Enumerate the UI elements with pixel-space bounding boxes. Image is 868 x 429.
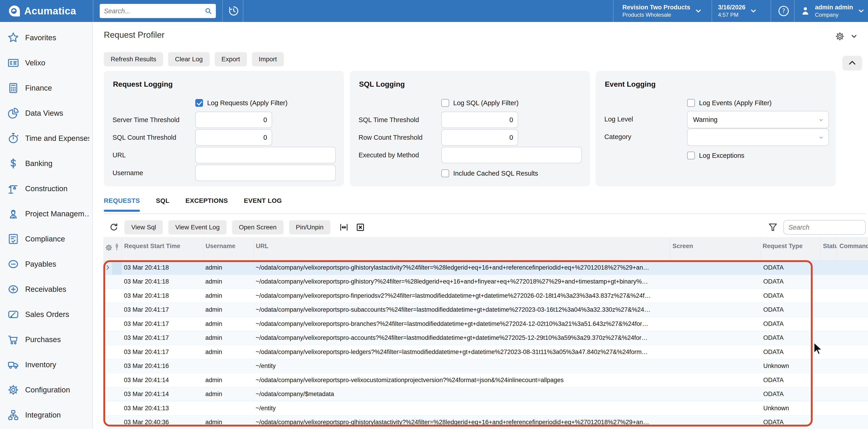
table-row[interactable]: 03 Mar 20:40:36 admin ~/odata/company/ve… bbox=[103, 416, 868, 429]
pin-cell[interactable] bbox=[112, 275, 122, 289]
sql-count-threshold-input[interactable] bbox=[195, 129, 272, 146]
grid-search[interactable] bbox=[783, 220, 866, 235]
import-button[interactable]: Import bbox=[252, 52, 284, 66]
export-excel-icon[interactable] bbox=[355, 222, 365, 232]
pin-cell[interactable] bbox=[112, 388, 122, 401]
fit-width-icon[interactable] bbox=[339, 222, 349, 232]
sidebar-item-banking[interactable]: Banking bbox=[0, 151, 92, 176]
sidebar-item-construction[interactable]: Construction bbox=[0, 176, 92, 201]
checkbox-unchecked-icon[interactable] bbox=[687, 99, 695, 107]
pin-cell[interactable] bbox=[112, 401, 122, 415]
pin-cell[interactable] bbox=[112, 261, 122, 275]
pin-cell[interactable] bbox=[112, 317, 122, 331]
sidebar-item-project-management[interactable]: Project Managem… bbox=[0, 201, 92, 226]
export-button[interactable]: Export bbox=[215, 52, 247, 66]
server-time-threshold-input[interactable] bbox=[195, 112, 272, 128]
pin-cell[interactable] bbox=[112, 359, 122, 373]
help-icon[interactable]: ? bbox=[773, 0, 794, 22]
checkbox-unchecked-icon[interactable] bbox=[441, 170, 449, 177]
log-level-select[interactable]: Warning bbox=[687, 111, 829, 128]
log-requests-checkbox[interactable]: Log Requests (Apply Filter) bbox=[195, 98, 287, 108]
column-header-command[interactable]: Command bbox=[837, 238, 868, 261]
gear-icon[interactable] bbox=[835, 31, 845, 42]
username-input[interactable] bbox=[195, 165, 336, 181]
sidebar-item-payables[interactable]: Payables bbox=[0, 251, 92, 277]
view-event-log-button[interactable]: View Event Log bbox=[168, 220, 226, 235]
filter-funnel-icon[interactable] bbox=[768, 222, 778, 232]
pin-column-icon[interactable] bbox=[112, 238, 122, 261]
tab-requests[interactable]: REQUESTS bbox=[104, 197, 140, 210]
acumatica-logo[interactable]: Acumatica bbox=[8, 0, 76, 22]
sidebar-item-configuration[interactable]: Configuration bbox=[0, 377, 92, 402]
view-sql-button[interactable]: View Sql bbox=[124, 220, 163, 235]
collapse-filters-button[interactable] bbox=[842, 56, 862, 70]
table-row[interactable]: 03 Mar 20:41:18 admin ~/odata/company/ve… bbox=[103, 275, 868, 289]
tab-sql[interactable]: SQL bbox=[156, 197, 169, 210]
user-menu[interactable]: admin admin Company bbox=[800, 0, 868, 22]
sidebar-item-receivables[interactable]: Receivables bbox=[0, 277, 92, 302]
table-row[interactable]: 03 Mar 20:41:18 admin ~/odata/company/ve… bbox=[103, 261, 868, 275]
log-exceptions-checkbox[interactable]: Log Exceptions bbox=[687, 151, 744, 160]
sidebar-item-velixo[interactable]: Velixo bbox=[0, 50, 92, 75]
global-search[interactable] bbox=[100, 4, 216, 18]
global-search-input[interactable] bbox=[103, 7, 205, 15]
include-cached-sql-checkbox[interactable]: Include Cached SQL Results bbox=[441, 169, 538, 178]
sql-time-threshold-input[interactable] bbox=[441, 112, 518, 128]
sidebar-item-sales-orders[interactable]: Sales Orders bbox=[0, 302, 92, 327]
tenant-selector[interactable]: Revision Two Products Products Wholesale bbox=[622, 0, 712, 22]
expand-row-chevron-icon[interactable] bbox=[103, 261, 112, 275]
pencil-box-icon bbox=[7, 308, 20, 321]
category-select[interactable] bbox=[687, 128, 829, 146]
sidebar-item-finance[interactable]: Finance bbox=[0, 75, 92, 101]
refresh-results-button[interactable]: Refresh Results bbox=[104, 52, 163, 66]
log-events-checkbox[interactable]: Log Events (Apply Filter) bbox=[687, 98, 772, 108]
pin-cell[interactable] bbox=[112, 373, 122, 387]
table-row[interactable]: 03 Mar 20:41:17 admin ~/odata/company/ve… bbox=[103, 345, 868, 359]
table-row[interactable]: 03 Mar 20:41:14 admin ~/odata/company/$m… bbox=[103, 388, 868, 402]
column-header-username[interactable]: Username bbox=[203, 238, 253, 261]
row-count-threshold-input[interactable] bbox=[441, 129, 518, 146]
tab-exceptions[interactable]: EXCEPTIONS bbox=[185, 197, 228, 210]
column-header-request-type[interactable]: Request Type bbox=[760, 238, 820, 261]
sidebar-item-integration[interactable]: Integration bbox=[0, 402, 92, 428]
pin-cell[interactable] bbox=[112, 303, 122, 317]
business-date-clock-icon[interactable] bbox=[225, 0, 242, 22]
sidebar-item-purchases[interactable]: Purchases bbox=[0, 327, 92, 352]
checkbox-unchecked-icon[interactable] bbox=[441, 99, 449, 107]
table-row[interactable]: 03 Mar 20:41:17 admin ~/odata/company/ve… bbox=[103, 303, 868, 317]
log-sql-checkbox[interactable]: Log SQL (Apply Filter) bbox=[441, 98, 519, 108]
column-header-request-start-time[interactable]: Request Start Time bbox=[122, 238, 203, 261]
screen-tools[interactable] bbox=[835, 31, 858, 42]
executed-by-method-input[interactable] bbox=[441, 147, 582, 163]
table-row[interactable]: 03 Mar 20:41:13 ~/entity Unknown bbox=[103, 401, 868, 416]
open-screen-button[interactable]: Open Screen bbox=[232, 220, 283, 235]
sidebar-item-favorites[interactable]: Favorites bbox=[0, 25, 92, 50]
clear-log-button[interactable]: Clear Log bbox=[168, 52, 210, 66]
url-input[interactable] bbox=[195, 147, 336, 163]
column-header-url[interactable]: URL bbox=[253, 238, 670, 261]
checkbox-checked-icon[interactable] bbox=[195, 99, 203, 107]
grid-search-input[interactable] bbox=[788, 223, 868, 232]
column-header-status[interactable]: Status bbox=[820, 238, 837, 261]
chevron-down-icon[interactable] bbox=[850, 32, 858, 40]
table-row[interactable]: 03 Mar 20:41:17 admin ~/odata/company/ve… bbox=[103, 331, 868, 345]
sidebar-item-data-views[interactable]: Data Views bbox=[0, 101, 92, 126]
refresh-icon[interactable] bbox=[109, 222, 119, 232]
column-settings-gear-icon[interactable] bbox=[103, 238, 112, 261]
table-row[interactable]: 03 Mar 20:41:18 admin ~/odata/company/ve… bbox=[103, 289, 868, 303]
table-row[interactable]: 03 Mar 20:41:17 admin ~/odata/company/ve… bbox=[103, 317, 868, 331]
checkbox-unchecked-icon[interactable] bbox=[687, 152, 695, 159]
pin-cell[interactable] bbox=[112, 416, 122, 429]
table-row[interactable]: 03 Mar 20:41:14 admin ~/odata/company/ve… bbox=[103, 373, 868, 388]
pin-unpin-button[interactable]: Pin/Unpin bbox=[289, 220, 331, 235]
pin-cell[interactable] bbox=[112, 289, 122, 303]
table-row[interactable]: 03 Mar 20:41:16 ~/entity Unknown bbox=[103, 359, 868, 373]
pin-cell[interactable] bbox=[112, 331, 122, 345]
sidebar-item-inventory[interactable]: Inventory bbox=[0, 352, 92, 377]
tab-event-log[interactable]: EVENT LOG bbox=[244, 197, 282, 210]
column-header-screen[interactable]: Screen bbox=[670, 238, 760, 261]
sidebar-item-compliance[interactable]: Compliance bbox=[0, 226, 92, 251]
sidebar-item-time-and-expenses[interactable]: Time and Expenses bbox=[0, 126, 92, 151]
pin-cell[interactable] bbox=[112, 345, 122, 359]
business-date-selector[interactable]: 3/16/2026 4:57 PM bbox=[718, 0, 768, 22]
